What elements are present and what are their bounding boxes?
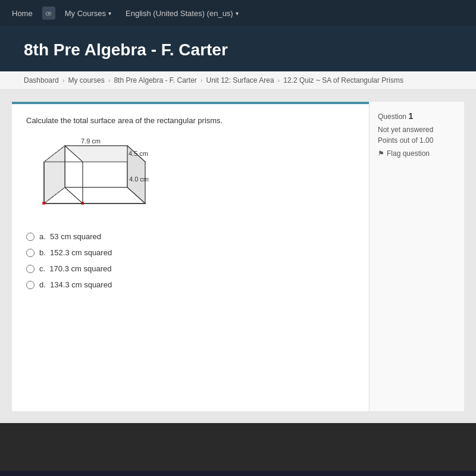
question-status: Not yet answered	[378, 126, 456, 134]
radio-b[interactable]	[26, 249, 35, 257]
answer-choice-d[interactable]: d. 134.3 cm squared	[26, 280, 355, 289]
home-nav-link[interactable]: Home	[7, 7, 37, 20]
svg-rect-12	[42, 202, 45, 205]
radio-c[interactable]	[26, 265, 35, 273]
svg-text:4.5 cm: 4.5 cm	[129, 150, 148, 157]
breadcrumb-sep-1: ›	[62, 77, 65, 84]
radio-d[interactable]	[26, 281, 35, 289]
breadcrumb-dashboard[interactable]: Dashboard	[24, 76, 59, 84]
breadcrumb-sep-4: ›	[278, 77, 280, 84]
flag-icon: ⚑	[378, 149, 384, 158]
breadcrumb-sep-2: ›	[108, 77, 111, 84]
breadcrumb-sep-3: ›	[201, 77, 203, 84]
my-courses-dropdown[interactable]: My Courses	[60, 7, 116, 20]
svg-marker-4	[44, 146, 65, 203]
answer-choice-a[interactable]: a. 53 cm squared	[26, 232, 355, 241]
question-area: Calculate the total surface area of the …	[12, 102, 369, 411]
page-header: 8th Pre Algebra - F. Carter	[0, 26, 476, 71]
breadcrumb-course[interactable]: 8th Pre Algebra - F. Carter	[114, 76, 196, 84]
question-sidebar: Question 1 Not yet answered Points out o…	[369, 102, 464, 411]
breadcrumb: Dashboard › My courses › 8th Pre Algebra…	[0, 71, 476, 90]
flag-question-button[interactable]: ⚑ Flag question	[378, 149, 456, 158]
question-label-text: Question	[378, 112, 406, 121]
page-title: 8th Pre Algebra - F. Carter	[24, 40, 452, 60]
radio-a[interactable]	[26, 233, 35, 241]
answer-choice-c[interactable]: c. 170.3 cm squared	[26, 264, 355, 273]
question-points: Points out of 1.00	[378, 136, 456, 145]
answer-choice-b[interactable]: b. 152.3 cm squared	[26, 248, 355, 257]
question-text: Calculate the total surface area of the …	[26, 116, 355, 125]
answer-label-d: d. 134.3 cm squared	[39, 280, 112, 289]
language-dropdown[interactable]: English (United States) (en_us)	[121, 7, 243, 20]
answer-choices: a. 53 cm squared b. 152.3 cm squared c. …	[26, 232, 355, 289]
svg-text:7.9 cm: 7.9 cm	[81, 137, 101, 145]
diagram-container: 7.9 cm 4.5 cm 4.0 cm	[32, 137, 163, 214]
breadcrumb-unit[interactable]: Unit 12: Surface Area	[206, 76, 274, 84]
main-content: Calculate the total surface area of the …	[0, 90, 476, 423]
nav-icon: œ	[42, 7, 55, 20]
svg-text:4.0 cm: 4.0 cm	[129, 176, 149, 183]
svg-rect-13	[81, 202, 84, 205]
breadcrumb-my-courses[interactable]: My courses	[68, 76, 104, 84]
question-number-value: 1	[408, 111, 413, 121]
bottom-bar	[0, 423, 476, 471]
answer-label-a: a. 53 cm squared	[39, 232, 101, 241]
question-number-label: Question 1	[378, 111, 456, 121]
breadcrumb-quiz[interactable]: 12.2 Quiz ~ SA of Rectangular Prisms	[283, 76, 403, 84]
answer-label-c: c. 170.3 cm squared	[39, 264, 111, 273]
top-navigation: Home œ My Courses English (United States…	[0, 0, 476, 26]
answer-label-b: b. 152.3 cm squared	[39, 248, 112, 257]
prism-diagram: 7.9 cm 4.5 cm 4.0 cm	[32, 137, 163, 214]
